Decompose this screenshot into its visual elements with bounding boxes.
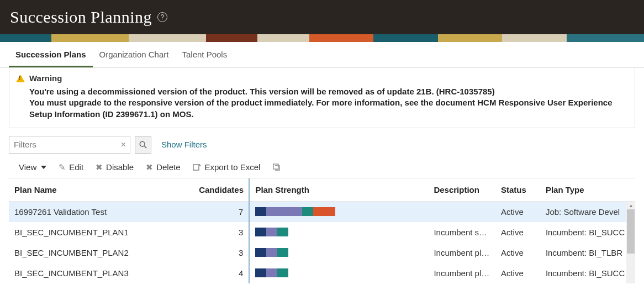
cell-candidates: 3 — [193, 222, 249, 242]
search-icon — [139, 141, 147, 149]
cell-plan-type: Incumbent: BI_SUCC — [540, 222, 635, 242]
decorative-strip — [0, 34, 644, 42]
table-row[interactable]: BI_SEC_INCUMBENT_PLAN13Incumbent s…Activ… — [9, 222, 635, 242]
table-row[interactable]: BI_SEC_INCUMBENT_PLAN23Incumbent pl…Acti… — [9, 242, 635, 263]
cell-plan-type: Incumbent: BI_SUCC — [540, 263, 635, 283]
cell-status: Active — [495, 222, 540, 242]
disable-label: Disable — [106, 162, 134, 172]
warning-heading: Warning — [29, 73, 62, 83]
cell-candidates: 4 — [193, 263, 249, 283]
x-icon: ✖ — [146, 162, 153, 172]
detach-icon — [272, 163, 281, 172]
table-row[interactable]: 16997261 Validation Test7ActiveJob: Soft… — [9, 201, 635, 222]
delete-label: Delete — [156, 162, 180, 172]
cell-plan-strength — [249, 201, 428, 222]
cell-plan-name: 16997261 Validation Test — [9, 201, 193, 222]
col-description[interactable]: Description — [428, 178, 495, 202]
cell-candidates: 7 — [193, 201, 249, 222]
cell-plan-strength — [249, 222, 428, 242]
scrollbar-thumb[interactable] — [627, 209, 635, 254]
table-row[interactable]: BI_SEC_INCUMBENT_PLAN34Incumbent pl…Acti… — [9, 263, 635, 283]
cell-plan-name: BI_SEC_INCUMBENT_PLAN3 — [9, 263, 193, 283]
warning-panel: Warning You're using a decommissioned ve… — [9, 68, 635, 128]
export-icon — [193, 163, 202, 172]
chevron-down-icon — [41, 166, 46, 169]
col-candidates[interactable]: Candidates — [193, 178, 249, 202]
edit-button[interactable]: ✎ Edit — [59, 162, 83, 172]
cell-description — [428, 201, 495, 222]
page-title: Succession Planning — [10, 8, 152, 27]
cell-plan-type: Incumbent: BI_TLBR — [540, 242, 635, 263]
cell-candidates: 3 — [193, 242, 249, 263]
col-plan-type[interactable]: Plan Type — [540, 178, 635, 202]
tab-organization-chart[interactable]: Organization Chart — [93, 42, 176, 67]
scroll-up-icon[interactable]: ▴ — [626, 202, 635, 209]
detach-button[interactable] — [272, 163, 281, 172]
x-icon: ✖ — [96, 162, 103, 172]
edit-label: Edit — [69, 162, 83, 172]
cell-plan-type: Job: Software Devel — [540, 201, 635, 222]
table-header-row: Plan Name Candidates Plan Strength Descr… — [9, 178, 635, 202]
col-status[interactable]: Status — [495, 178, 540, 202]
cell-plan-name: BI_SEC_INCUMBENT_PLAN1 — [9, 222, 193, 242]
svg-rect-3 — [273, 164, 278, 169]
filter-input[interactable] — [9, 136, 130, 154]
col-plan-strength[interactable]: Plan Strength — [249, 178, 428, 202]
vertical-scrollbar[interactable]: ▴ — [626, 202, 635, 283]
search-button[interactable] — [135, 136, 151, 154]
svg-rect-2 — [193, 165, 199, 170]
cell-description: Incumbent s… — [428, 222, 495, 242]
plans-table-wrap: Plan Name Candidates Plan Strength Descr… — [9, 178, 635, 283]
pencil-icon: ✎ — [59, 162, 66, 172]
tab-succession-plans[interactable]: Succession Plans — [9, 42, 93, 67]
export-button[interactable]: Export to Excel — [193, 162, 261, 172]
svg-point-0 — [140, 141, 145, 146]
toolbar: View ✎ Edit ✖ Disable ✖ Delete Export to… — [9, 158, 635, 178]
page-header: Succession Planning ? — [0, 0, 644, 34]
disable-button[interactable]: ✖ Disable — [96, 162, 134, 172]
help-icon[interactable]: ? — [157, 12, 167, 22]
cell-status: Active — [495, 201, 540, 222]
tab-talent-pools[interactable]: Talent Pools — [175, 42, 234, 67]
svg-line-1 — [144, 146, 146, 148]
show-filters-link[interactable]: Show Filters — [161, 140, 207, 149]
col-plan-name[interactable]: Plan Name — [9, 178, 193, 202]
plans-table: Plan Name Candidates Plan Strength Descr… — [9, 178, 635, 283]
cell-plan-strength — [249, 242, 428, 263]
cell-status: Active — [495, 263, 540, 283]
clear-filter-icon[interactable]: × — [121, 140, 126, 150]
cell-description: Incumbent pl… — [428, 242, 495, 263]
cell-plan-strength — [249, 263, 428, 283]
view-menu[interactable]: View — [19, 162, 46, 172]
export-label: Export to Excel — [205, 162, 261, 172]
filter-row: × Show Filters — [9, 128, 635, 158]
view-label: View — [19, 162, 36, 172]
warning-body: You're using a decommissioned version of… — [29, 86, 628, 120]
cell-description: Incumbent pl… — [428, 263, 495, 283]
tab-bar: Succession PlansOrganization ChartTalent… — [0, 42, 644, 68]
warning-icon — [16, 75, 25, 82]
delete-button[interactable]: ✖ Delete — [146, 162, 180, 172]
cell-plan-name: BI_SEC_INCUMBENT_PLAN2 — [9, 242, 193, 263]
cell-status: Active — [495, 242, 540, 263]
